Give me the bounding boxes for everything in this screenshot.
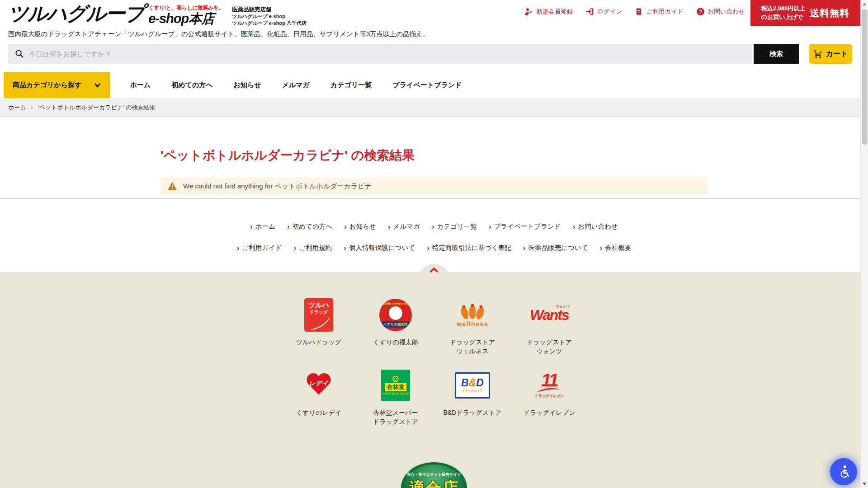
nav-item-categories[interactable]: カテゴリ一覧 xyxy=(330,81,372,89)
scroll-to-top-button[interactable] xyxy=(418,264,450,280)
chevron-right-icon xyxy=(250,223,253,230)
warning-icon xyxy=(167,182,177,191)
main-content: 'ペットボトルホルダーカラビナ' の検索結果 We could not find… xyxy=(160,147,708,195)
guide-link[interactable]: ご利用ガイド xyxy=(635,7,683,16)
footer-link-drug-sales[interactable]: 医薬品販売について xyxy=(523,244,588,252)
footer-link-home[interactable]: ホーム xyxy=(250,222,275,231)
search-input[interactable] xyxy=(8,44,752,64)
footer-links-row2: ご利用ガイド ご利用規約 個人情報保護について 特定商取引法に基づく表記 医薬品… xyxy=(0,244,868,252)
site-logo[interactable]: ツルハグループ くすり!と、暮らしに微笑みを。 e-shop本店 医薬品販売店舗… xyxy=(8,3,307,26)
footer-link-privacy[interactable]: 個人情報保護について xyxy=(344,244,415,252)
shop-name: e-shop本店 xyxy=(148,12,224,25)
scrollbar-up-arrow[interactable] xyxy=(863,3,866,5)
logo-text: ツルハ xyxy=(304,301,333,309)
store-wellness[interactable]: wellness ドラッグストア ウェルネス xyxy=(434,296,511,356)
store-kyorindo[interactable]: 杏林堂 SUPER DRUG STORE 杏林堂スーパー ドラッグストア xyxy=(357,366,434,427)
store-label-line: ツルハドラッグ xyxy=(280,338,357,347)
login-link[interactable]: ログイン xyxy=(585,7,622,16)
logo-text: D xyxy=(476,377,484,389)
store-label: B&Dドラッグストア xyxy=(434,408,511,417)
logo-text: SUPER DRUG STORE xyxy=(382,392,409,395)
store-wants[interactable]: ウォンツ Wants ドラッグストア ウォンツ xyxy=(511,296,588,356)
nav-item-news[interactable]: お知らせ xyxy=(234,81,261,89)
site-description: 国内最大級のドラッグストアチェーン「ツルハグループ」の公式通販サイト。医薬品、化… xyxy=(8,30,868,38)
footer-link-label: お問い合わせ xyxy=(578,222,618,231)
swoosh-icon xyxy=(310,315,332,331)
store-label-line: ウェルネス xyxy=(434,347,511,356)
store-label: ドラッグストア ウォンツ xyxy=(511,338,588,356)
footer-link-label: メルマガ xyxy=(393,222,420,231)
shipping-condition-line2: のお買い上げで xyxy=(761,13,806,21)
logo-text: くすりの福太郎 xyxy=(382,321,410,328)
footer-link-label: ホーム xyxy=(255,222,275,231)
footer-link-terms[interactable]: ご利用規約 xyxy=(294,244,332,252)
category-menu-button[interactable]: 商品カテゴリから探す xyxy=(4,72,110,98)
badge-title: 適合店 xyxy=(401,478,467,488)
search-bar: 検索 カート xyxy=(8,44,852,64)
chevron-right-icon xyxy=(344,223,347,230)
contact-link-label: お問い合わせ xyxy=(708,8,745,16)
free-shipping-banner: 税込2,980円以上 のお買い上げで 送料無料 xyxy=(750,0,860,26)
chevron-right-icon xyxy=(237,244,240,252)
store-label: ツルハドラッグ xyxy=(280,338,357,347)
footer: ツルハ ドラッグ ツルハドラッグ Smile every day! xyxy=(0,272,868,488)
footer-link-categories[interactable]: カテゴリ一覧 xyxy=(432,222,477,231)
login-icon xyxy=(585,7,594,16)
contact-link[interactable]: ? お問い合わせ xyxy=(696,7,745,16)
footer-link-label: プライベートブランド xyxy=(494,222,561,231)
logo-text: ドラッグストア xyxy=(462,389,483,393)
nav-item-privatebrand[interactable]: プライベートブランド xyxy=(392,81,462,89)
scrollbar-down-arrow[interactable] xyxy=(863,483,866,485)
breadcrumb: ホーム › 'ペットボトルホルダーカラビナ' の検索結果 xyxy=(0,98,868,117)
login-link-label: ログイン xyxy=(597,8,622,16)
footer-link-contact[interactable]: お問い合わせ xyxy=(573,222,618,231)
footer-link-privatebrand[interactable]: プライベートブランド xyxy=(489,222,561,231)
cart-button[interactable]: カート xyxy=(809,44,852,64)
footer-link-mailmag[interactable]: メルマガ xyxy=(388,222,420,231)
tsuruha-drug-logo: ツルハ ドラッグ xyxy=(280,296,357,334)
certified-shop-badge: 安心・安全なネット販売サイト 適合店 xyxy=(400,461,468,488)
register-link[interactable]: 新規会員登録 xyxy=(524,7,573,16)
footer-link-label: 会社概要 xyxy=(605,244,631,252)
header-links: 新規会員登録 ログイン ご利用ガイド ? お問い合わせ xyxy=(524,7,745,16)
store-label: ドラッグイレブン xyxy=(511,408,588,417)
nav-item-home[interactable]: ホーム xyxy=(130,81,151,89)
search-button[interactable]: 検索 xyxy=(754,44,799,64)
logo-tagline: くすり!と、暮らしに微笑みを。 xyxy=(148,4,224,12)
store-label: くすりの福太郎 xyxy=(357,338,434,347)
store-fukutaro[interactable]: Smile every day! くすりの福太郎 くすりの福太郎 xyxy=(357,296,434,356)
store-info-line: ツルハグループ e-shop xyxy=(232,13,307,19)
drug-eleven-logo: 11 ドラッグイレブン xyxy=(511,366,588,405)
brand-name: ツルハグループ xyxy=(8,3,144,26)
accessibility-button[interactable] xyxy=(830,458,857,485)
nav-item-mailmag[interactable]: メルマガ xyxy=(282,81,310,89)
register-link-label: 新規会員登録 xyxy=(536,8,573,16)
logo-text: ドラッグ xyxy=(304,309,333,315)
footer-link-label: ご利用ガイド xyxy=(242,244,282,252)
footer-link-guide[interactable]: ご利用ガイド xyxy=(237,244,282,252)
footer-link-label: 個人情報保護について xyxy=(349,244,415,252)
breadcrumb-home-link[interactable]: ホーム xyxy=(8,103,26,112)
footer-link-news[interactable]: お知らせ xyxy=(344,222,376,231)
logo-text: Wants xyxy=(530,307,568,324)
chevron-right-icon xyxy=(489,223,491,230)
store-tsuruha-drug[interactable]: ツルハ ドラッグ ツルハドラッグ xyxy=(280,296,357,356)
logo-text: wellness xyxy=(457,320,489,328)
dog-mascot xyxy=(389,306,402,320)
footer-link-label: お知らせ xyxy=(349,222,376,231)
scrollbar-thumb[interactable] xyxy=(862,9,868,145)
footer-link-commerce-law[interactable]: 特定商取引法に基づく表記 xyxy=(427,244,511,252)
footer-link-company[interactable]: 会社概要 xyxy=(600,244,632,252)
scrollbar[interactable] xyxy=(860,0,868,488)
footer-link-firsttime[interactable]: 初めての方へ xyxy=(287,222,332,231)
smiley-icon xyxy=(392,375,400,382)
store-ledei[interactable]: レデイ くすりのレデイ xyxy=(280,366,357,427)
chevron-right-icon xyxy=(427,244,429,252)
nav-item-firsttime[interactable]: 初めての方へ xyxy=(171,81,212,89)
guide-book-icon xyxy=(635,7,643,16)
user-register-icon xyxy=(524,7,533,16)
logo-text: ウォンツ xyxy=(556,304,571,309)
store-drug-eleven[interactable]: 11 ドラッグイレブン ドラッグイレブン xyxy=(511,366,588,427)
store-bd-drug[interactable]: B&D ドラッグストア B&Dドラッグストア xyxy=(434,366,511,427)
free-shipping-label: 送料無料 xyxy=(810,7,849,19)
